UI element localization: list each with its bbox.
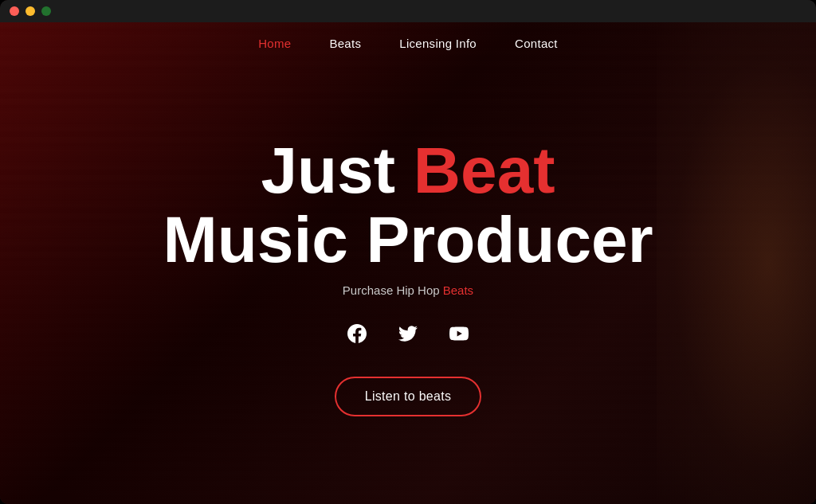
hero-title-line2: Music Producer [163,205,653,274]
minimize-button[interactable] [26,6,35,16]
listen-beats-button[interactable]: Listen to beats [335,377,482,416]
social-icons [343,319,473,348]
main-content: Home Beats Licensing Info Contact Just B… [0,22,816,504]
maximize-button[interactable] [41,6,51,16]
hero-section: Just Beat Music Producer Purchase Hip Ho… [131,49,685,504]
close-button[interactable] [10,6,19,16]
window-frame: Home Beats Licensing Info Contact Just B… [0,0,816,504]
youtube-icon[interactable] [445,319,473,348]
hero-subtitle-red: Beats [443,283,473,297]
hero-subtitle: Purchase Hip Hop Beats [343,283,473,297]
hero-title-white-part: Just [261,134,413,206]
hero-title-line1: Just Beat [163,136,653,205]
twitter-icon[interactable] [394,319,422,348]
facebook-icon[interactable] [343,319,371,348]
hero-title: Just Beat Music Producer [163,136,653,273]
title-bar [0,0,816,22]
hero-subtitle-text: Purchase Hip Hop [343,283,443,297]
hero-title-red-part: Beat [414,134,555,206]
